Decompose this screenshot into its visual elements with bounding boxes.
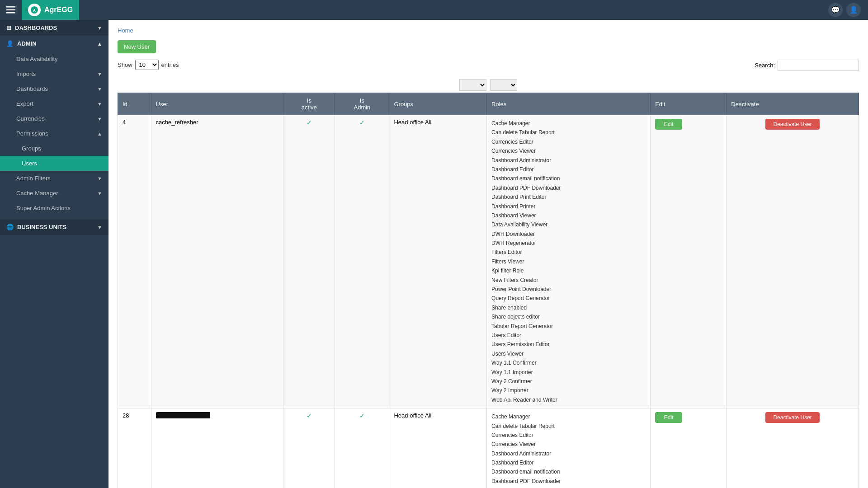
admin-checkmark: ✓ (359, 119, 365, 126)
user-profile-button[interactable]: 👤 (846, 3, 861, 17)
role-item: Dashboard Printer (491, 202, 646, 211)
dashboards-nav-label: Dashboards (16, 85, 48, 92)
super-admin-actions-label: Super Admin Actions (16, 205, 71, 211)
role-item: Dashboard PDF Downloader (491, 477, 646, 486)
sidebar-item-export[interactable]: Export ▼ (0, 96, 108, 111)
cell-groups: Head office All (389, 115, 487, 408)
role-item: Can delete Tabular Report (491, 422, 646, 431)
role-item: Currencies Viewer (491, 146, 646, 155)
role-item: Query Report Generator (491, 294, 646, 303)
currencies-chevron: ▼ (97, 116, 102, 122)
role-item: Dashboard email notification (491, 174, 646, 183)
sidebar-item-cache-manager[interactable]: Cache Manager ▼ (0, 186, 108, 201)
chat-icon-button[interactable]: 💬 (828, 3, 843, 17)
role-item: DWH Downloader (491, 230, 646, 239)
cell-id: 4 (118, 115, 151, 408)
admin-filters-chevron: ▼ (97, 176, 102, 181)
role-item: Users Permission Editor (491, 340, 646, 349)
role-item: Power Point Downloader (491, 285, 646, 294)
role-item: Dashboard Editor (491, 165, 646, 174)
role-item: New Filters Creator (491, 276, 646, 285)
cell-deactivate: Deactivate User (726, 115, 859, 408)
cell-groups: Head office All (389, 408, 487, 488)
sidebar-dashboards-section[interactable]: ⊞ DASHBOARDS ▼ (0, 20, 108, 36)
dashboards-chevron: ▼ (97, 25, 102, 31)
role-item: DWH Regenerator (491, 239, 646, 248)
svg-text:A: A (33, 8, 36, 13)
role-item: Share enabled (491, 303, 646, 312)
sidebar-item-imports[interactable]: Imports ▼ (0, 66, 108, 81)
cell-is-active: ✓ (283, 115, 335, 408)
imports-label: Imports (16, 70, 36, 77)
business-units-icon: 🌐 (6, 224, 14, 230)
new-user-button[interactable]: New User (118, 40, 156, 53)
cell-is-admin: ✓ (335, 408, 389, 488)
filter-row (118, 79, 859, 91)
table-row: 28✓✓Head office AllCache ManagerCan dele… (118, 408, 859, 488)
edit-button[interactable]: Edit (655, 119, 682, 130)
permissions-label: Permissions (16, 130, 48, 137)
sidebar-admin-header[interactable]: 👤 ADMIN ▲ (0, 36, 108, 52)
role-item: Data Availability Viewer (491, 220, 646, 229)
logo-icon: A (28, 4, 41, 16)
deactivate-user-button[interactable]: Deactivate User (765, 119, 820, 130)
redacted-username (156, 412, 210, 418)
imports-chevron: ▼ (97, 71, 102, 77)
show-label: Show (118, 61, 132, 68)
permissions-chevron: ▲ (97, 131, 102, 136)
breadcrumb-home[interactable]: Home (118, 27, 133, 34)
sidebar-item-permissions[interactable]: Permissions ▲ (0, 126, 108, 141)
table-row: 4cache_refresher✓✓Head office AllCache M… (118, 115, 859, 408)
role-item: Dashboard email notification (491, 467, 646, 476)
role-item: Dashboard Viewer (491, 211, 646, 220)
export-chevron: ▼ (97, 101, 102, 107)
sidebar-item-data-availability[interactable]: Data Availability (0, 52, 108, 66)
cell-edit: Edit (651, 115, 726, 408)
cache-manager-chevron: ▼ (97, 191, 102, 196)
sidebar-item-groups[interactable]: Groups (0, 141, 108, 156)
business-units-chevron: ▼ (97, 225, 102, 230)
sidebar-item-admin-filters[interactable]: Admin Filters ▼ (0, 171, 108, 186)
users-label: Users (22, 160, 37, 167)
role-item: Way 1.1 Importer (491, 368, 646, 377)
currencies-label: Currencies (16, 115, 45, 122)
search-input[interactable] (778, 60, 859, 71)
col-is-active: Isactive (283, 93, 335, 115)
filter-select-2[interactable] (490, 79, 517, 91)
sidebar-item-super-admin-actions[interactable]: Super Admin Actions (0, 201, 108, 216)
admin-filters-label: Admin Filters (16, 175, 51, 182)
sidebar-item-currencies[interactable]: Currencies ▼ (0, 111, 108, 126)
cell-user (151, 408, 283, 488)
sidebar-item-users[interactable]: Users (0, 156, 108, 171)
export-label: Export (16, 100, 33, 107)
edit-button[interactable]: Edit (655, 412, 682, 423)
cell-roles: Cache ManagerCan delete Tabular ReportCu… (487, 115, 651, 408)
business-units-label: BUSINESS UNITS (17, 224, 66, 230)
role-item: Cache Manager (491, 119, 646, 128)
groups-label: Groups (22, 145, 41, 152)
roles-list: Cache ManagerCan delete Tabular ReportCu… (491, 412, 646, 488)
cell-id: 28 (118, 408, 151, 488)
hamburger-button[interactable] (0, 0, 22, 20)
admin-chevron: ▲ (97, 41, 102, 47)
role-item: Way 2 Importer (491, 386, 646, 395)
col-id: Id (118, 93, 151, 115)
cell-is-active: ✓ (283, 408, 335, 488)
main-layout: ⊞ DASHBOARDS ▼ 👤 ADMIN ▲ Data Availabili… (0, 20, 868, 488)
role-item: Dashboard Print Editor (491, 192, 646, 202)
sidebar-item-dashboards[interactable]: Dashboards ▼ (0, 81, 108, 96)
role-item: Web Api Reader and Writer (491, 395, 646, 404)
filter-select-1[interactable] (459, 79, 486, 91)
sidebar-business-units-section[interactable]: 🌐 BUSINESS UNITS ▼ (0, 219, 108, 235)
role-item: Dashboard Print Editor (491, 486, 646, 488)
deactivate-user-button[interactable]: Deactivate User (765, 412, 820, 423)
admin-checkmark: ✓ (359, 412, 365, 419)
role-item: Dashboard Editor (491, 458, 646, 467)
cell-roles: Cache ManagerCan delete Tabular ReportCu… (487, 408, 651, 488)
col-groups: Groups (389, 93, 487, 115)
role-item: Dashboard PDF Downloader (491, 183, 646, 192)
entries-select[interactable]: 10 25 50 100 (135, 60, 159, 70)
sidebar: ⊞ DASHBOARDS ▼ 👤 ADMIN ▲ Data Availabili… (0, 20, 108, 488)
role-item: Tabular Report Generator (491, 322, 646, 331)
active-checkmark: ✓ (307, 412, 312, 419)
